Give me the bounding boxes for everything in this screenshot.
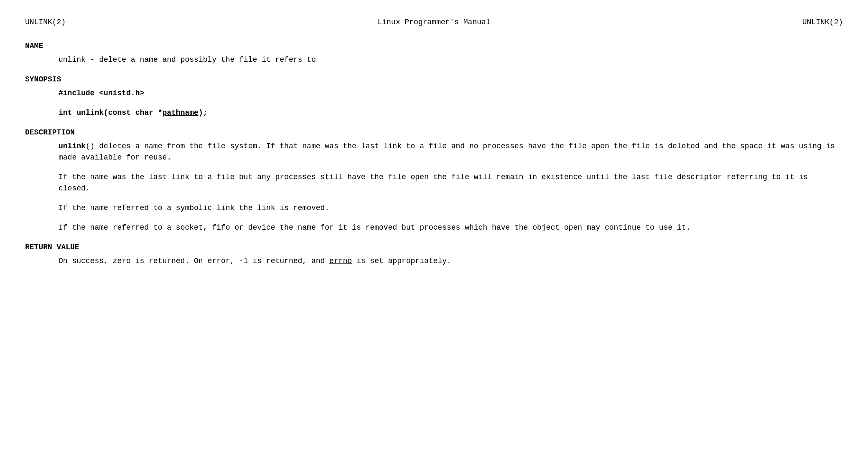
section-synopsis-content: #include <unistd.h> int unlink(const cha… — [25, 88, 843, 119]
section-name-title: NAME — [25, 41, 843, 52]
header-right: UNLINK(2) — [802, 17, 843, 28]
return-value-text: On success, zero is returned. On error, … — [59, 257, 451, 265]
return-value-paragraph: On success, zero is returned. On error, … — [59, 256, 843, 267]
section-return-value: RETURN VALUE On success, zero is returne… — [25, 242, 843, 267]
description-paragraph-3: If the name referred to a symbolic link … — [59, 203, 843, 214]
proto-text: int unlink(const char *pathname); — [59, 109, 207, 117]
name-text: unlink - delete a name and possibly the … — [59, 56, 316, 64]
page-header: UNLINK(2) Linux Programmer's Manual UNLI… — [25, 17, 843, 28]
section-description-title: DESCRIPTION — [25, 127, 843, 138]
section-name-content: unlink - delete a name and possibly the … — [25, 54, 843, 66]
name-paragraph: unlink - delete a name and possibly the … — [59, 54, 843, 66]
section-return-value-content: On success, zero is returned. On error, … — [25, 256, 843, 267]
section-synopsis: SYNOPSIS #include <unistd.h> int unlink(… — [25, 74, 843, 119]
page-container: UNLINK(2) Linux Programmer's Manual UNLI… — [25, 17, 843, 267]
synopsis-include: #include <unistd.h> — [59, 88, 843, 99]
section-name: NAME unlink - delete a name and possibly… — [25, 41, 843, 66]
section-description-content: unlink() deletes a name from the file sy… — [25, 141, 843, 233]
desc-p4-text: If the name referred to a socket, fifo o… — [59, 223, 690, 232]
description-paragraph-2: If the name was the last link to a file … — [59, 172, 843, 194]
section-return-value-title: RETURN VALUE — [25, 242, 843, 253]
section-synopsis-title: SYNOPSIS — [25, 74, 843, 85]
errno-underline: errno — [329, 257, 352, 265]
header-left: UNLINK(2) — [25, 17, 66, 28]
unlink-bold: unlink — [59, 142, 86, 150]
synopsis-prototype: int unlink(const char *pathname); — [59, 107, 843, 119]
header-center: Linux Programmer's Manual — [377, 17, 490, 28]
desc-p3-text: If the name referred to a symbolic link … — [59, 204, 329, 212]
include-text: #include <unistd.h> — [59, 89, 144, 97]
pathname-underline: pathname — [162, 109, 198, 117]
desc-p2-text: If the name was the last link to a file … — [59, 173, 808, 192]
desc-p1-text: unlink() deletes a name from the file sy… — [59, 142, 835, 162]
description-paragraph-4: If the name referred to a socket, fifo o… — [59, 222, 843, 233]
section-description: DESCRIPTION unlink() deletes a name from… — [25, 127, 843, 233]
description-paragraph-1: unlink() deletes a name from the file sy… — [59, 141, 843, 163]
